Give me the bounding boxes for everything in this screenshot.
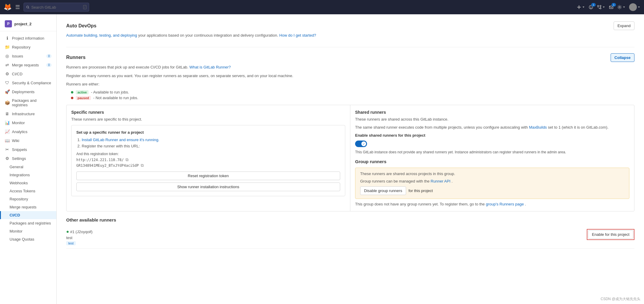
project-name: project_2 bbox=[14, 22, 32, 26]
shared-runners-toggle[interactable] bbox=[355, 141, 367, 147]
install-runner-link[interactable]: Install GitLab Runner and ensure it's ru… bbox=[82, 138, 159, 142]
sidebar-item-cicd[interactable]: ⚙ CI/CD bbox=[0, 69, 56, 78]
maxbuilds-link[interactable]: MaxBuilds bbox=[529, 125, 547, 130]
token-value-row: GR1348941MEuy2_BTxJYdP4aciSdP ⧉ bbox=[76, 163, 340, 168]
sidebar-item-settings[interactable]: ⚙ Settings bbox=[0, 154, 56, 163]
settings-icon-btn[interactable] bbox=[617, 5, 626, 10]
sidebar-sub-cicd[interactable]: CI/CD bbox=[0, 211, 56, 219]
sidebar-sub-label-webhooks: Webhooks bbox=[10, 181, 28, 185]
howto-link[interactable]: How do I get started? bbox=[279, 33, 316, 38]
sidebar-sub-general[interactable]: General bbox=[0, 163, 56, 171]
disable-group-runners-button[interactable]: Disable group runners bbox=[360, 186, 406, 195]
sidebar-item-merge-requests[interactable]: ⇄ Merge requests 0 bbox=[0, 60, 56, 69]
runner-item: ● #1 (J2oyqoif) test test Enable for thi… bbox=[66, 226, 634, 249]
svg-point-0 bbox=[27, 6, 29, 8]
search-bar[interactable]: / bbox=[24, 3, 89, 12]
group-runners-page-link[interactable]: group's Runners page bbox=[486, 202, 524, 206]
sidebar-sub-access-tokens[interactable]: Access Tokens bbox=[0, 187, 56, 195]
sidebar-item-project-information[interactable]: ℹ Project information bbox=[0, 34, 56, 43]
runner-description: test bbox=[66, 236, 583, 240]
status-active-desc: - Available to run jobs. bbox=[91, 90, 129, 94]
runners-desc3: Runners are either: bbox=[66, 81, 634, 88]
sidebar-sub-settings-monitor[interactable]: Monitor bbox=[0, 227, 56, 235]
setup-buttons: Reset registration token Show runner ins… bbox=[76, 172, 340, 191]
autodevops-link[interactable]: Automate building, testing, and deployin… bbox=[66, 33, 137, 38]
info-icon: ℹ bbox=[5, 36, 10, 40]
token-section: And this registration token: http://124.… bbox=[76, 152, 340, 168]
copy-token-icon[interactable]: ⧉ bbox=[141, 163, 144, 168]
for-this-project-text: for this project bbox=[408, 188, 433, 193]
merge-badge: 0 bbox=[46, 63, 52, 67]
sidebar-sub-label-usage-quotas: Usage Quotas bbox=[10, 237, 34, 241]
svg-point-7 bbox=[597, 5, 599, 7]
avatar[interactable] bbox=[629, 3, 640, 11]
sidebar-label-monitor: Monitor bbox=[12, 121, 25, 125]
autodevops-desc: Automate building, testing, and deployin… bbox=[66, 32, 634, 39]
group-runners-buttons: Disable group runners for this project bbox=[360, 186, 624, 195]
sidebar-item-issues[interactable]: ◎ Issues 0 bbox=[0, 52, 56, 60]
sidebar-item-repository[interactable]: 📁 Repository bbox=[0, 43, 56, 52]
gitlab-logo: 🦊 bbox=[4, 3, 12, 11]
autodevops-desc-suffix: your applications based on your continuo… bbox=[138, 33, 278, 38]
sidebar-sub-usage-quotas[interactable]: Usage Quotas bbox=[0, 235, 56, 243]
group-no-runners-text: This group does not have any group runne… bbox=[355, 202, 629, 206]
copy-url-icon[interactable]: ⧉ bbox=[126, 157, 129, 162]
collapse-button[interactable]: Collapse bbox=[611, 53, 634, 62]
specific-runners-desc: These runners are specific to this proje… bbox=[71, 117, 345, 121]
svg-point-9 bbox=[600, 5, 601, 7]
repo-icon: 📁 bbox=[5, 45, 10, 49]
sidebar-item-packages[interactable]: 📦 Packages and registries bbox=[0, 96, 56, 109]
token-label: And this registration token: bbox=[76, 152, 340, 156]
other-runners-section: Other available runners ● #1 (J2oyqoif) … bbox=[66, 217, 634, 249]
runners-header: Runners Collapse bbox=[66, 53, 634, 62]
setup-step2: Register the runner with this URL: bbox=[82, 144, 340, 148]
merge-icon: ⇄ bbox=[5, 63, 10, 67]
sidebar-item-monitor[interactable]: 📊 Monitor bbox=[0, 118, 56, 127]
topnav: 🦊 ☰ / 1 1 bbox=[0, 0, 644, 14]
search-input[interactable] bbox=[31, 5, 81, 10]
status-paused-desc: - Not available to run jobs. bbox=[93, 96, 138, 100]
sidebar-item-analytics[interactable]: 📈 Analytics bbox=[0, 127, 56, 136]
status-paused-badge: paused bbox=[76, 96, 91, 100]
token-url: http://124.221.110.78/ bbox=[76, 158, 124, 162]
show-instructions-button[interactable]: Show runner installation instructions bbox=[76, 183, 340, 191]
sidebar-sub-integrations[interactable]: Integrations bbox=[0, 171, 56, 179]
sidebar-item-wiki[interactable]: 📖 Wiki bbox=[0, 136, 56, 145]
mail-icon-btn[interactable]: 1 bbox=[609, 5, 614, 10]
topnav-right: 1 1 bbox=[577, 3, 640, 11]
main-content: Auto DevOps Expand Automate building, te… bbox=[57, 14, 644, 304]
analytics-icon: 📈 bbox=[5, 129, 10, 134]
sidebar-sub-label-merge-requests: Merge requests bbox=[10, 205, 36, 209]
create-button[interactable] bbox=[577, 5, 585, 10]
runner-info: ● #1 (J2oyqoif) test test bbox=[66, 229, 583, 245]
issues-icon-btn[interactable]: 1 bbox=[589, 5, 593, 10]
runner-api-link[interactable]: Runner API bbox=[431, 179, 451, 183]
runners-title: Runners bbox=[66, 55, 86, 60]
wiki-icon: 📖 bbox=[5, 138, 10, 143]
sidebar-sub-webhooks[interactable]: Webhooks bbox=[0, 179, 56, 187]
autodevops-section: Auto DevOps Expand Automate building, te… bbox=[66, 21, 634, 47]
group-no-runners-end: . bbox=[525, 202, 526, 206]
sidebar-sub-label-packages: Packages and registries bbox=[10, 221, 51, 225]
issues-icon: ◎ bbox=[5, 54, 10, 58]
cicd-icon: ⚙ bbox=[5, 71, 10, 76]
enable-for-project-button[interactable]: Enable for this project bbox=[588, 230, 633, 239]
hamburger-icon[interactable]: ☰ bbox=[15, 4, 20, 10]
sidebar-sub-merge-requests[interactable]: Merge requests bbox=[0, 203, 56, 211]
sidebar-item-deployments[interactable]: 🚀 Deployments bbox=[0, 87, 56, 96]
svg-point-8 bbox=[600, 8, 601, 9]
expand-button[interactable]: Expand bbox=[614, 21, 634, 30]
sidebar-label-issues: Issues bbox=[12, 54, 23, 58]
sidebar-label-security: Security & Compliance bbox=[12, 81, 51, 85]
group-warn2: Group runners can be managed with the Ru… bbox=[360, 179, 624, 183]
sidebar-item-infrastructure[interactable]: 🖥 Infrastructure bbox=[0, 109, 56, 118]
what-is-runner-link[interactable]: What is GitLab Runner? bbox=[189, 65, 231, 69]
runners-section: Runners Collapse Runners are processes t… bbox=[66, 53, 634, 249]
sidebar-sub-packages[interactable]: Packages and registries bbox=[0, 219, 56, 227]
reset-token-button[interactable]: Reset registration token bbox=[76, 172, 340, 180]
sidebar-item-snippets[interactable]: ✂ Snippets bbox=[0, 145, 56, 154]
sidebar-sub-repository[interactable]: Repository bbox=[0, 195, 56, 203]
sidebar-item-security[interactable]: 🛡 Security & Compliance bbox=[0, 78, 56, 87]
merge-requests-icon-btn[interactable] bbox=[597, 5, 605, 10]
specific-runners-title: Specific runners bbox=[71, 110, 345, 115]
